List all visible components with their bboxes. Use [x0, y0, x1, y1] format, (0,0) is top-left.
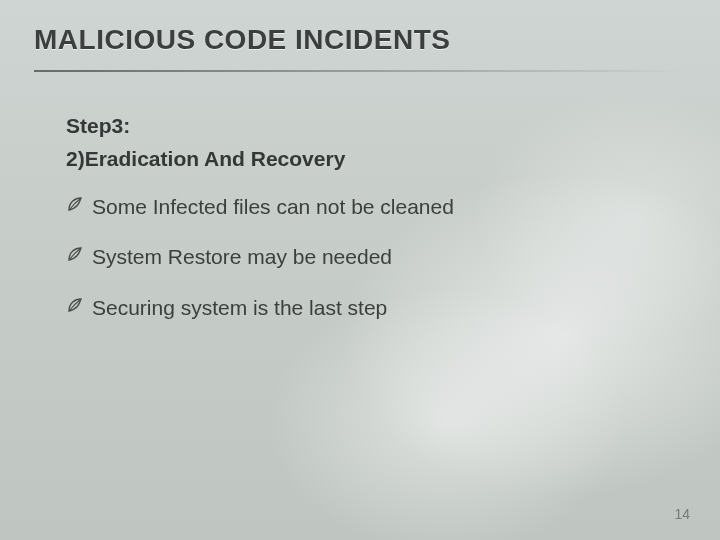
list-item: System Restore may be needed — [66, 243, 666, 271]
bullet-list: Some Infected files can not be cleaned S… — [66, 193, 666, 322]
subtitle-line-2: 2)Eradication And Recovery — [66, 143, 666, 176]
leaf-bullet-icon — [66, 193, 84, 215]
list-item-text: Securing system is the last step — [92, 294, 387, 322]
content-area: Step3: 2)Eradication And Recovery Some I… — [34, 110, 686, 322]
list-item-text: System Restore may be needed — [92, 243, 392, 271]
subtitle-line-1: Step3: — [66, 110, 666, 143]
list-item-text: Some Infected files can not be cleaned — [92, 193, 454, 221]
leaf-bullet-icon — [66, 243, 84, 265]
list-item: Securing system is the last step — [66, 294, 666, 322]
list-item: Some Infected files can not be cleaned — [66, 193, 666, 221]
page-number: 14 — [674, 506, 690, 522]
leaf-bullet-icon — [66, 294, 84, 316]
title-block: MALICIOUS CODE INCIDENTS — [34, 24, 686, 72]
page-title: MALICIOUS CODE INCIDENTS — [34, 24, 686, 70]
slide: MALICIOUS CODE INCIDENTS Step3: 2)Eradic… — [0, 0, 720, 540]
